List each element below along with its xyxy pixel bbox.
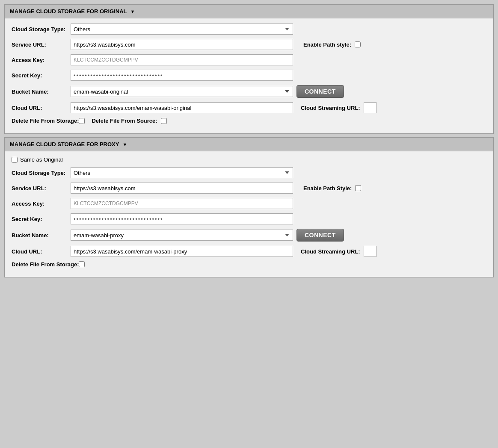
original-access-key-row: Access Key:	[12, 54, 486, 65]
proxy-panel-title: MANAGE CLOUD STORAGE FOR PROXY	[10, 141, 119, 147]
proxy-enable-path-label: Enable Path Style:	[303, 185, 352, 192]
proxy-panel: MANAGE CLOUD STORAGE FOR PROXY ▼ Same as…	[4, 137, 494, 277]
original-panel: MANAGE CLOUD STORAGE FOR ORIGINAL ▼ Clou…	[4, 4, 494, 134]
original-enable-path-label: Enable Path style:	[303, 41, 351, 48]
proxy-service-url-input[interactable]	[71, 183, 293, 194]
proxy-same-as-original-checkbox[interactable]	[12, 157, 18, 163]
proxy-storage-type-row: Cloud Storage Type: Others Amazon S3 Goo…	[12, 167, 486, 178]
original-delete-storage-label: Delete File From Storage:	[12, 118, 79, 124]
original-storage-type-select[interactable]: Others Amazon S3 Google Cloud Azure Blob	[71, 24, 293, 35]
original-access-key-input[interactable]	[71, 54, 293, 65]
original-bucket-select[interactable]: emam-wasabi-original	[71, 86, 293, 97]
proxy-access-key-input[interactable]	[71, 198, 293, 209]
proxy-storage-type-select[interactable]: Others Amazon S3 Google Cloud Azure Blob	[71, 167, 293, 178]
proxy-service-url-row: Service URL: Enable Path Style:	[12, 183, 486, 194]
original-service-url-label: Service URL:	[12, 41, 67, 48]
proxy-access-key-row: Access Key:	[12, 198, 486, 209]
original-cloud-url-label: Cloud URL:	[12, 105, 67, 111]
proxy-cloud-url-input[interactable]	[71, 246, 293, 257]
proxy-delete-inner	[79, 261, 85, 267]
original-secret-key-row: Secret Key:	[12, 70, 486, 81]
original-panel-title: MANAGE CLOUD STORAGE FOR ORIGINAL	[10, 8, 127, 15]
proxy-cloud-streaming-input[interactable]	[364, 246, 376, 257]
original-service-url-input[interactable]	[71, 39, 293, 50]
original-connect-button[interactable]: CONNECT	[296, 85, 344, 98]
proxy-panel-header[interactable]: MANAGE CLOUD STORAGE FOR PROXY ▼	[5, 138, 493, 151]
proxy-panel-body: Same as Original Cloud Storage Type: Oth…	[5, 151, 493, 277]
original-cloud-streaming-input[interactable]	[364, 102, 376, 113]
proxy-secret-key-row: Secret Key:	[12, 213, 486, 224]
original-delete-inner: Delete File From Source:	[79, 118, 166, 124]
proxy-access-key-label: Access Key:	[12, 200, 67, 207]
original-cloud-url-input[interactable]	[71, 102, 293, 113]
proxy-bucket-select[interactable]: emam-wasabi-proxy	[71, 230, 293, 241]
original-delete-source-checkbox[interactable]	[161, 118, 167, 124]
proxy-bucket-label: Bucket Name:	[12, 232, 67, 239]
original-panel-header[interactable]: MANAGE CLOUD STORAGE FOR ORIGINAL ▼	[5, 5, 493, 18]
original-cloud-url-row: Cloud URL: Cloud Streaming URL:	[12, 102, 486, 113]
proxy-secret-key-label: Secret Key:	[12, 216, 67, 222]
proxy-delete-storage-label: Delete File From Storage:	[12, 261, 79, 268]
proxy-bucket-row: Bucket Name: emam-wasabi-proxy CONNECT	[12, 229, 486, 242]
original-service-url-row: Service URL: Enable Path style:	[12, 39, 486, 50]
original-collapse-icon[interactable]: ▼	[130, 9, 135, 14]
original-delete-storage-checkbox[interactable]	[79, 118, 85, 124]
original-cloud-streaming-label: Cloud Streaming URL:	[301, 105, 360, 111]
proxy-same-as-original-row: Same as Original	[12, 156, 486, 163]
original-secret-key-input[interactable]	[71, 70, 293, 81]
original-access-key-label: Access Key:	[12, 57, 67, 63]
proxy-collapse-icon[interactable]: ▼	[122, 142, 127, 147]
proxy-service-url-label: Service URL:	[12, 185, 67, 192]
original-delete-source-label: Delete File From Source:	[92, 118, 157, 124]
original-bucket-label: Bucket Name:	[12, 88, 67, 95]
proxy-same-as-original-label: Same as Original	[20, 156, 63, 163]
original-secret-key-label: Secret Key:	[12, 72, 67, 79]
proxy-cloud-url-label: Cloud URL:	[12, 248, 67, 255]
proxy-secret-key-input[interactable]	[71, 213, 293, 224]
proxy-connect-button[interactable]: CONNECT	[296, 229, 344, 242]
original-storage-type-label: Cloud Storage Type:	[12, 26, 67, 32]
original-bucket-row: Bucket Name: emam-wasabi-original CONNEC…	[12, 85, 486, 98]
proxy-delete-storage-checkbox[interactable]	[79, 261, 85, 267]
proxy-cloud-streaming-label: Cloud Streaming URL:	[301, 248, 360, 255]
original-delete-row: Delete File From Storage: Delete File Fr…	[12, 118, 486, 124]
proxy-storage-type-label: Cloud Storage Type:	[12, 170, 67, 176]
proxy-cloud-url-row: Cloud URL: Cloud Streaming URL:	[12, 246, 486, 257]
original-panel-body: Cloud Storage Type: Others Amazon S3 Goo…	[5, 18, 493, 133]
original-enable-path-checkbox[interactable]	[355, 41, 361, 47]
original-storage-type-row: Cloud Storage Type: Others Amazon S3 Goo…	[12, 24, 486, 35]
proxy-delete-row: Delete File From Storage:	[12, 261, 486, 268]
proxy-enable-path-checkbox[interactable]	[355, 185, 361, 191]
